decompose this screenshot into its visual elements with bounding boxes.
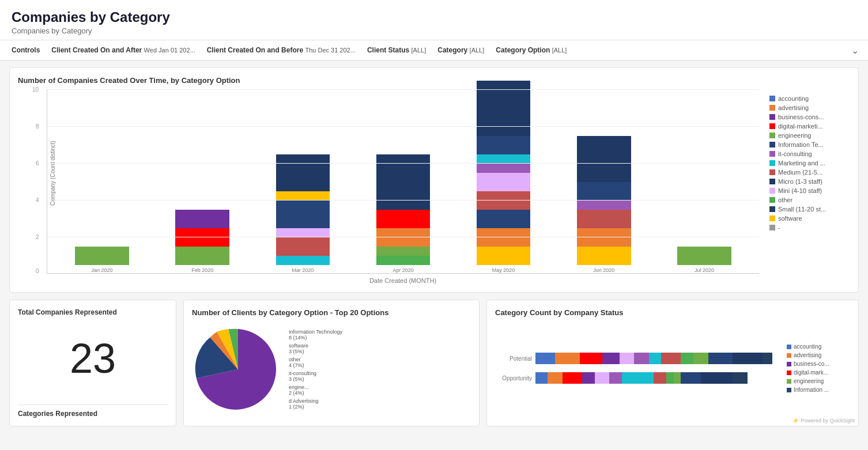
category-status-panel: Category Count by Company Status Potenti… xyxy=(486,300,859,426)
cat-status-title: Category Count by Company Status xyxy=(495,308,850,317)
total-number: 23 xyxy=(18,338,168,379)
cat-bar-row-opportunity: Opportunity xyxy=(495,372,782,384)
cat-bar-row-potential: Potential xyxy=(495,353,782,364)
bar-group: May 2020 xyxy=(455,89,553,273)
bar-group: Jun 2020 xyxy=(555,89,653,273)
filter-client-status[interactable]: Client Status [ALL] xyxy=(367,46,426,54)
pie-svg xyxy=(192,323,284,415)
page-header: Companies by Category Companies by Categ… xyxy=(0,0,868,40)
filter-category-option[interactable]: Category Option [ALL] xyxy=(496,46,567,54)
powered-by: ⚡ Powered by QuickSight xyxy=(792,418,855,423)
x-axis-label: Date Created (MONTH) xyxy=(47,277,759,284)
pie-chart-panel: Number of Clients by Category Option - T… xyxy=(183,300,480,426)
total-title: Total Companies Represented xyxy=(18,308,168,316)
categories-represented-label: Categories Represented xyxy=(18,410,168,418)
cat-status-legend: accounting advertising business-co... di… xyxy=(787,343,850,393)
bar-group: Mar 2020 xyxy=(254,89,352,273)
page-subtitle: Companies by Category xyxy=(12,27,856,35)
filter-category[interactable]: Category [ALL] xyxy=(437,46,484,54)
page-title: Companies by Category xyxy=(12,9,856,25)
bar-chart-legend: accounting advertising business-cons... … xyxy=(769,89,850,284)
bar-chart-panel: Number of Companies Created Over Time, b… xyxy=(9,67,859,293)
bar-group: Feb 2020 xyxy=(153,89,251,273)
bar-chart-title: Number of Companies Created Over Time, b… xyxy=(18,76,850,85)
bar-group: Jul 2020 xyxy=(655,89,753,273)
chevron-down-icon[interactable]: ⌄ xyxy=(851,45,859,56)
total-companies-panel: Total Companies Represented 23 Categorie… xyxy=(9,300,176,426)
bar-group: Jan 2020 xyxy=(53,89,151,273)
filter-client-created-before[interactable]: Client Created On and Before Thu Dec 31 … xyxy=(207,46,356,54)
controls-label: Controls xyxy=(12,46,40,54)
filter-client-created-after[interactable]: Client Created On and After Wed Jan 01 2… xyxy=(51,46,195,54)
controls-bar[interactable]: Controls Client Created On and After Wed… xyxy=(0,40,868,60)
pie-title: Number of Clients by Category Option - T… xyxy=(192,308,471,317)
bar-group: Apr 2020 xyxy=(354,89,452,273)
